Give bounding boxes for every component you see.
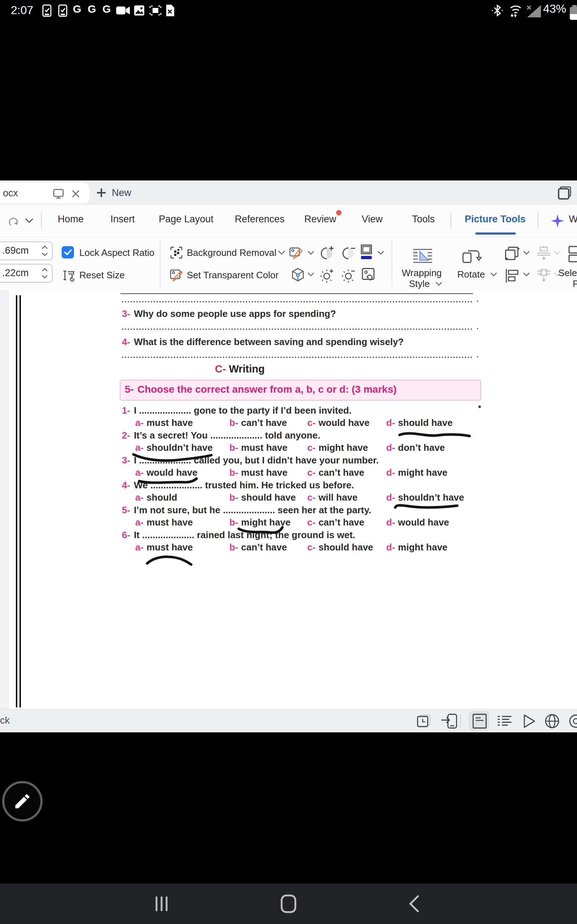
google-notification-icon-2: G bbox=[88, 3, 96, 15]
status-bar: 2:07 G G G 43% bbox=[0, 0, 577, 20]
bottom-toolbar: ck bbox=[0, 709, 577, 732]
divider bbox=[392, 240, 392, 286]
mcq-question-6: 6-It .................... rained last ni… bbox=[122, 529, 355, 541]
file-tab[interactable]: ocx bbox=[0, 183, 89, 204]
chevron-down-icon bbox=[277, 249, 286, 256]
back-button[interactable] bbox=[385, 884, 443, 924]
mcq-instruction-box: 5-Choose the correct answer from a, b, c… bbox=[120, 380, 481, 401]
background-removal-icon[interactable] bbox=[169, 246, 183, 260]
lock-aspect-ratio-label[interactable]: Lock Aspect Ratio bbox=[79, 247, 154, 258]
tab-page-layout[interactable]: Page Layout bbox=[159, 214, 213, 225]
tab-tools[interactable]: Tools bbox=[412, 214, 435, 225]
align-objects-icon[interactable] bbox=[504, 268, 520, 283]
page-view-icon[interactable] bbox=[472, 713, 488, 729]
tab-home[interactable]: Home bbox=[58, 214, 84, 225]
mcq-question-4: 4-We .................... trusted him. H… bbox=[122, 479, 354, 491]
history-icon[interactable] bbox=[416, 713, 432, 729]
ai-sparkle-icon[interactable] bbox=[550, 213, 565, 229]
section-heading: C- Writing bbox=[0, 363, 480, 375]
selection-pane-icon[interactable] bbox=[568, 246, 577, 264]
sim-check-icon-2 bbox=[58, 4, 68, 17]
eye-icon[interactable] bbox=[567, 713, 577, 729]
set-transparent-color-label[interactable]: Set Transparent Color bbox=[187, 270, 279, 281]
divider bbox=[160, 240, 161, 286]
active-tab-underline bbox=[475, 233, 516, 234]
battery-icon bbox=[569, 5, 577, 20]
ribbon-tab-row: Home Insert Page Layout References Revie… bbox=[0, 205, 577, 237]
close-tab-icon[interactable] bbox=[71, 189, 81, 199]
play-icon[interactable] bbox=[521, 713, 537, 729]
chevron-down-icon bbox=[522, 250, 531, 256]
chevron-down-icon bbox=[306, 272, 315, 278]
distribute-vertical-icon-disabled bbox=[536, 268, 552, 283]
ink-dot bbox=[479, 406, 481, 408]
tab-picture-tools[interactable]: Picture Tools bbox=[464, 214, 525, 225]
selection-pane-label-1[interactable]: Selec bbox=[558, 267, 577, 279]
redo-icon[interactable] bbox=[6, 215, 21, 228]
selection-pane-label-2[interactable]: Pa bbox=[573, 278, 577, 289]
scroll-cut-line bbox=[121, 293, 473, 294]
tab-insert[interactable]: Insert bbox=[110, 214, 135, 225]
width-stepper[interactable]: .69cm bbox=[0, 241, 53, 260]
open-question-4: 4-What is the difference between saving … bbox=[122, 336, 404, 348]
document-tab-bar: ocx New bbox=[0, 181, 577, 205]
divider bbox=[460, 714, 461, 728]
video-notification-icon bbox=[116, 6, 131, 15]
sim-check-icon bbox=[42, 4, 52, 17]
recents-icon bbox=[154, 896, 169, 912]
contrast-increase-icon[interactable] bbox=[319, 245, 335, 260]
background-removal-label[interactable]: Background Removal bbox=[187, 247, 277, 258]
monitor-icon[interactable] bbox=[53, 188, 64, 199]
plus-icon bbox=[96, 187, 107, 198]
distribute-horizontal-icon-disabled bbox=[536, 246, 552, 261]
lock-aspect-ratio-checkbox[interactable] bbox=[61, 246, 74, 259]
outline-view-icon[interactable] bbox=[496, 713, 513, 729]
bring-forward-icon[interactable] bbox=[504, 246, 520, 261]
answer-dotted-line bbox=[122, 328, 472, 330]
brightness-increase-icon[interactable] bbox=[320, 267, 335, 283]
mcq-question-3: 3-I .................... called you, but… bbox=[122, 454, 379, 466]
tab-review[interactable]: Review bbox=[305, 214, 337, 225]
edit-fab-button[interactable] bbox=[2, 781, 43, 822]
wrapping-style-label-1[interactable]: Wrapping bbox=[402, 267, 442, 279]
divider bbox=[538, 212, 538, 229]
height-stepper[interactable]: .22cm bbox=[0, 264, 53, 283]
wrapping-style-icon[interactable] bbox=[413, 247, 433, 265]
reset-size-icon[interactable] bbox=[62, 269, 76, 282]
document-page[interactable]: 3-Why do some people use apps for spendi… bbox=[0, 290, 577, 709]
contrast-decrease-icon[interactable] bbox=[341, 245, 357, 260]
recent-apps-button[interactable] bbox=[133, 884, 190, 924]
ink-arc-q6-a bbox=[147, 557, 191, 564]
window-switcher-icon[interactable] bbox=[557, 186, 573, 201]
divider bbox=[450, 212, 451, 229]
reset-size-label[interactable]: Reset Size bbox=[79, 270, 125, 281]
gallery-notification-icon bbox=[134, 5, 145, 16]
ai-button-label[interactable]: W bbox=[569, 214, 577, 225]
home-button[interactable] bbox=[259, 884, 318, 924]
web-view-icon[interactable] bbox=[544, 713, 561, 729]
new-document-label: New bbox=[112, 187, 131, 199]
new-document-button[interactable]: New bbox=[96, 184, 131, 201]
back-chevron-icon bbox=[408, 894, 420, 913]
picture-3d-icon[interactable] bbox=[291, 267, 305, 283]
rotate-icon[interactable] bbox=[462, 248, 482, 265]
picture-border-color-icon[interactable] bbox=[359, 244, 374, 260]
reset-picture-icon[interactable] bbox=[361, 267, 377, 283]
google-notification-icon-3: G bbox=[102, 3, 111, 15]
battery-percent: 43% bbox=[543, 2, 566, 16]
chevron-down-icon bbox=[435, 281, 443, 287]
set-transparent-color-icon[interactable] bbox=[169, 268, 184, 283]
mobile-view-icon[interactable] bbox=[441, 713, 458, 729]
rotate-label[interactable]: Rotate bbox=[457, 269, 485, 280]
tab-view[interactable]: View bbox=[362, 214, 383, 225]
google-notification-icon: G bbox=[73, 3, 81, 15]
table-border-line bbox=[16, 295, 17, 708]
chevron-down-icon[interactable] bbox=[24, 217, 35, 225]
answer-dotted-line bbox=[122, 357, 472, 358]
picture-effects-icon[interactable] bbox=[289, 247, 304, 260]
file-tab-title: ocx bbox=[3, 188, 18, 199]
wrapping-style-label-2[interactable]: Style bbox=[409, 278, 430, 289]
tab-references[interactable]: References bbox=[235, 214, 285, 225]
brightness-decrease-icon[interactable] bbox=[342, 267, 357, 283]
page-left-margin bbox=[0, 290, 10, 709]
